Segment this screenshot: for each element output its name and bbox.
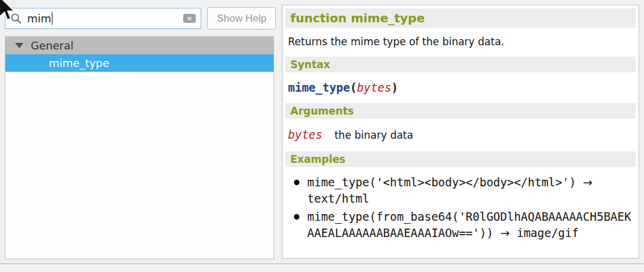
- syntax-code: mime_type(bytes): [288, 81, 633, 94]
- syntax-lparen: (: [350, 81, 357, 94]
- syntax-argument: bytes: [357, 81, 391, 94]
- search-value: mim: [27, 12, 51, 25]
- arrow-glyph: →: [583, 176, 593, 189]
- doc-title: function mime_type: [286, 8, 636, 28]
- syntax-function-name: mime_type: [288, 81, 350, 94]
- syntax-heading: Syntax: [286, 57, 636, 72]
- argument-row: bytes the binary data: [288, 128, 633, 141]
- example-code: mime_type(from_base64('R0lGODlhAQABAAAAA…: [307, 210, 631, 239]
- chevron-down-icon[interactable]: [15, 43, 23, 48]
- arguments-heading: Arguments: [286, 103, 636, 119]
- example-item: mime_type('<html><body></body></html>') …: [294, 174, 633, 207]
- arrow-glyph: →: [500, 226, 510, 239]
- search-input[interactable]: mim ×: [5, 8, 201, 29]
- examples-list: mime_type('<html><body></body></html>') …: [294, 174, 633, 241]
- example-result: image/gif: [517, 226, 579, 239]
- examples-heading: Examples: [286, 151, 636, 167]
- argument-description: the binary data: [334, 129, 413, 141]
- tree-item-mime-type[interactable]: mime_type: [5, 54, 274, 72]
- doc-description: Returns the mime type of the binary data…: [288, 36, 633, 48]
- tree-item-label: mime_type: [49, 57, 109, 69]
- tree-group-general[interactable]: General: [5, 37, 274, 54]
- text-caret: [52, 12, 52, 25]
- example-text: mime_type('<html><body></body></html>') …: [307, 174, 633, 207]
- example-item: mime_type(from_base64('R0lGODlhAQABAAAAA…: [294, 209, 633, 241]
- bullet-icon: [294, 214, 299, 220]
- tree-group-label: General: [31, 39, 73, 52]
- argument-name: bytes: [288, 128, 322, 141]
- mouse-pointer-icon: [0, 0, 16, 24]
- example-code: mime_type('<html><body></body></html>'): [307, 176, 576, 189]
- show-help-button[interactable]: Show Help: [207, 7, 276, 30]
- example-result: text/html: [307, 192, 369, 205]
- doc-panel: function mime_type Returns the mime type…: [282, 5, 639, 259]
- clear-input-icon[interactable]: ×: [183, 14, 196, 23]
- bullet-icon: [294, 180, 299, 185]
- bottom-divider: [0, 264, 644, 264]
- example-text: mime_type(from_base64('R0lGODlhAQABAAAAA…: [307, 209, 633, 241]
- function-tree: General mime_type: [5, 36, 274, 259]
- syntax-rparen: ): [392, 81, 398, 94]
